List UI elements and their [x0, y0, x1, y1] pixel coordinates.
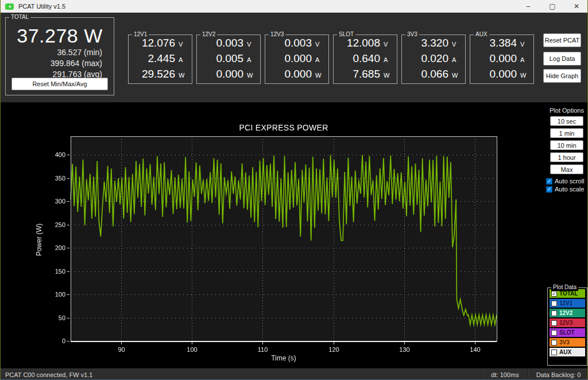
- rail-measurement-row: 0.066W: [402, 68, 465, 82]
- legend-row-slot: SLOT: [550, 328, 585, 337]
- range-button-max[interactable]: Max: [550, 164, 583, 174]
- legend-series-label: TOTAL: [559, 290, 578, 297]
- rail-unit: W: [247, 72, 253, 79]
- rail-unit: V: [384, 41, 390, 48]
- legend-row-12v3: 12V3: [550, 318, 585, 327]
- rail-measurement-row: 0.000W: [265, 68, 328, 82]
- chart-title: PCI EXPRESS POWER: [71, 123, 497, 132]
- auto-scale-checkbox-row: ✓Auto scale: [546, 186, 587, 193]
- total-min-value: 36.527 (min): [6, 47, 114, 58]
- data-backlog-status: Data Backlog: 0: [528, 369, 588, 380]
- total-max-value: 399.864 (max): [6, 58, 114, 69]
- rail-measurement-row: 0.003V: [197, 37, 260, 51]
- rail-measurement-row: 0.640A: [334, 52, 397, 66]
- legend-series-label: AUX: [559, 349, 571, 355]
- plot-data-groupbox-label: Plot Data: [551, 284, 578, 291]
- rail-unit: V: [452, 41, 458, 48]
- auto-scroll-checkbox[interactable]: ✓: [546, 178, 552, 185]
- legend-checkbox-slot[interactable]: [551, 330, 557, 336]
- rail-unit: V: [179, 41, 185, 48]
- legend-series-label: 3V3: [559, 339, 570, 346]
- range-button-10-min[interactable]: 10 min: [550, 140, 583, 150]
- rail-value: 0.000: [489, 68, 517, 80]
- rail-unit: A: [247, 56, 253, 63]
- rail-measurement-row: 12.076V: [129, 37, 192, 51]
- chart-y-axis-label: Power (W): [35, 214, 43, 266]
- rail-value: 3.320: [421, 37, 448, 49]
- sample-interval-status: dt: 100ms: [482, 369, 528, 380]
- legend-checkbox-12v3[interactable]: [551, 320, 557, 326]
- rail-groupbox-label: 3V3: [405, 31, 419, 38]
- rail-unit: A: [452, 56, 458, 63]
- legend-series-label: SLOT: [559, 329, 575, 336]
- range-button-1-hour[interactable]: 1 hour: [550, 152, 583, 162]
- rail-value: 0.000: [284, 68, 312, 80]
- rail-unit: V: [315, 41, 322, 48]
- range-button-10-sec[interactable]: 10 sec: [550, 116, 583, 126]
- rail-groupbox-label: 12V2: [200, 31, 217, 38]
- rail-unit: V: [520, 41, 527, 48]
- total-groupbox-label: TOTAL: [9, 14, 30, 21]
- reset-min-max-avg-button[interactable]: Reset Min/Max/Avg: [11, 78, 108, 90]
- rail-value: 0.000: [489, 52, 517, 65]
- legend-series-label: 12V1: [559, 300, 572, 306]
- reset-pcat-button[interactable]: Reset PCAT: [543, 33, 581, 47]
- rail-value: 0.066: [421, 68, 448, 80]
- rail-value: 12.008: [347, 37, 380, 49]
- rail-value: 0.000: [284, 52, 312, 65]
- rail-measurement-row: 0.020A: [402, 52, 465, 66]
- legend-checkbox-total[interactable]: ✓: [551, 291, 557, 297]
- checkbox-label: Auto scale: [555, 186, 584, 193]
- plot-options-panel: Plot Options 10 sec1 min10 min1 hourMax …: [545, 107, 588, 193]
- rail-value: 12.076: [142, 37, 175, 49]
- auto-scale-checkbox[interactable]: ✓: [546, 186, 552, 193]
- readout-toolbar: TOTAL 37.278 W 36.527 (min) 399.864 (max…: [1, 13, 588, 102]
- close-button[interactable]: ✕: [564, 0, 588, 13]
- rail-value: 2.445: [148, 52, 175, 65]
- legend-series-label: 12V2: [559, 310, 572, 316]
- rail-measurement-row: 3.384V: [470, 37, 533, 51]
- plot-data-groupbox: Plot Data ✓TOTAL12V112V212V3SLOT3V3AUX: [547, 287, 587, 366]
- rail-value: 0.005: [216, 52, 243, 65]
- legend-row-12v2: 12V2: [550, 309, 585, 317]
- rail-unit: A: [179, 56, 185, 63]
- rail-measurement-row: 29.526W: [129, 68, 192, 82]
- rail-measurement-row: 0.000W: [197, 68, 260, 82]
- rail-measurement-row: 0.000A: [470, 52, 533, 66]
- power-chart-canvas: [1, 102, 545, 369]
- rail-groupbox-label: AUX: [474, 31, 489, 38]
- rail-value: 3.384: [489, 37, 517, 49]
- legend-row-12v1: 12V1: [550, 299, 585, 308]
- graph-panel: PCI EXPRESS POWER Power (W) Time (s) Plo…: [1, 102, 588, 369]
- rail-value: 0.003: [216, 37, 243, 49]
- checkbox-label: Auto scroll: [555, 178, 584, 185]
- rail-value: 0.000: [216, 68, 243, 80]
- status-bar: PCAT C00 connected, FW v1.1 dt: 100ms Da…: [1, 369, 588, 380]
- rail-measurement-row: 2.445A: [129, 52, 192, 66]
- rail-measurement-row: 0.000W: [470, 68, 533, 82]
- plot-option-checkboxes: ✓Auto scroll✓Auto scale: [546, 176, 587, 193]
- rail-value: 7.685: [353, 68, 380, 80]
- legend-row-3v3: 3V3: [550, 338, 585, 347]
- log-data-button[interactable]: Log Data: [543, 52, 581, 66]
- rail-measurement-row: 12.008V: [334, 37, 397, 51]
- range-button-1-min[interactable]: 1 min: [550, 128, 583, 138]
- rail-value: 29.526: [142, 68, 175, 80]
- legend-series-label: 12V3: [559, 320, 572, 326]
- chart-x-axis-label: Time (s): [71, 354, 497, 362]
- legend-checkbox-12v1[interactable]: [551, 301, 557, 306]
- window-controls: – ▢ ✕: [516, 0, 588, 13]
- hide-graph-button[interactable]: Hide Graph: [543, 69, 581, 83]
- minimize-button[interactable]: –: [516, 0, 540, 13]
- legend-checkbox-12v2[interactable]: [551, 310, 557, 316]
- legend-checkbox-aux[interactable]: [551, 350, 557, 355]
- maximize-button[interactable]: ▢: [540, 0, 564, 13]
- rail-groupbox-label: 12V1: [132, 31, 149, 38]
- plot-range-buttons: 10 sec1 min10 min1 hourMax: [550, 116, 583, 176]
- rail-groupbox-aux: AUX3.384V0.000A0.000W: [470, 34, 534, 84]
- legend-checkbox-3v3[interactable]: [551, 340, 557, 346]
- rail-value: 0.640: [353, 52, 380, 65]
- nvidia-logo-icon: [5, 3, 14, 10]
- rail-unit: W: [520, 72, 527, 79]
- total-power-value: 37.278 W: [6, 25, 114, 47]
